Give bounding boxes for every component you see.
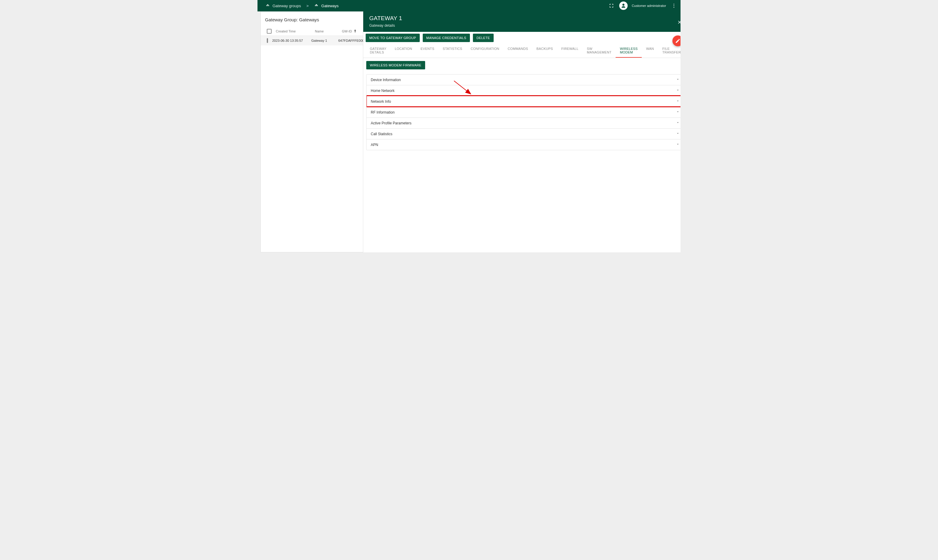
accordion-apn[interactable]: APN: [366, 139, 681, 150]
sort-asc-icon: [353, 29, 357, 34]
breadcrumb-current-label: Gateways: [321, 4, 338, 8]
tab-events[interactable]: EVENTS: [417, 44, 439, 58]
topbar-right: Customer administrator: [608, 2, 678, 10]
top-bar: Gateway groups > Gateways Customer admin…: [257, 0, 681, 11]
row-checkbox[interactable]: [267, 38, 268, 43]
detail-panel: GATEWAY 1 Gateway details MOVE TO GATEWA…: [363, 11, 681, 252]
close-button[interactable]: [676, 18, 681, 26]
tabs: GATEWAY DETAILSLOCATIONEVENTSSTATISTICSC…: [363, 44, 681, 58]
svg-point-0: [674, 4, 674, 5]
accordion-label: Home Network: [371, 89, 395, 93]
tab-statistics[interactable]: STATISTICS: [439, 44, 467, 58]
tab-sw-management[interactable]: SW MANAGEMENT: [583, 44, 616, 58]
chevron-down-icon: [676, 110, 680, 115]
accordion-active-profile-parameters[interactable]: Active Profile Parameters: [366, 117, 681, 128]
accordion-label: Network Info: [371, 100, 391, 104]
tab-firewall[interactable]: FIREWALL: [557, 44, 583, 58]
user-role-label: Customer administrator: [632, 4, 666, 8]
chevron-down-icon: [676, 142, 680, 147]
accordion-group: Device InformationHome NetworkNetwork In…: [366, 74, 681, 150]
chevron-down-icon: [676, 131, 680, 136]
breadcrumb-separator: >: [304, 4, 311, 8]
table-row[interactable]: 2023-06-30 13:35:57 Gateway 1 647FDAFFFE…: [261, 36, 363, 45]
chevron-down-icon: [676, 88, 680, 93]
tab-location[interactable]: LOCATION: [391, 44, 417, 58]
tab-wan[interactable]: WAN: [642, 44, 658, 58]
gateway-icon: [314, 4, 319, 8]
chevron-down-icon: [676, 120, 680, 126]
gateway-list-card: Gateway Group: Gateways Created Time Nam…: [260, 11, 363, 252]
left-panel: Gateway Group: Gateways Created Time Nam…: [257, 11, 363, 252]
accordion-network-info[interactable]: Network Info: [366, 96, 681, 107]
column-name[interactable]: Name: [315, 29, 342, 33]
more-menu-button[interactable]: [670, 2, 678, 9]
accordion-device-information[interactable]: Device Information: [366, 74, 681, 85]
tab-wireless-modem[interactable]: WIRELESS MODEM: [616, 44, 642, 58]
tab-backups[interactable]: BACKUPS: [532, 44, 557, 58]
breadcrumb-gateways[interactable]: Gateways: [312, 2, 340, 9]
move-to-group-button[interactable]: MOVE TO GATEWAY GROUP: [366, 34, 420, 42]
accordion-rf-information[interactable]: RF Information: [366, 107, 681, 117]
manage-credentials-button[interactable]: MANAGE CREDENTIALS: [423, 34, 470, 42]
tab-gateway-details[interactable]: GATEWAY DETAILS: [366, 44, 391, 58]
breadcrumb: Gateway groups > Gateways: [263, 2, 340, 9]
fullscreen-button[interactable]: [608, 2, 615, 9]
action-buttons: MOVE TO GATEWAY GROUP MANAGE CREDENTIALS…: [363, 32, 681, 44]
accordion-home-network[interactable]: Home Network: [366, 85, 681, 96]
user-avatar[interactable]: [619, 2, 627, 10]
gateway-subtitle: Gateway details: [369, 23, 681, 28]
column-gwid[interactable]: GW-ID: [342, 29, 361, 34]
tab-commands[interactable]: COMMANDS: [504, 44, 532, 58]
delete-button[interactable]: DELETE: [473, 34, 494, 42]
edit-fab[interactable]: [672, 35, 681, 46]
gateway-group-icon: [265, 4, 270, 8]
column-gwid-label: GW-ID: [342, 29, 352, 33]
accordion-call-statistics[interactable]: Call Statistics: [366, 128, 681, 139]
panel-title: Gateway Group: Gateways: [261, 12, 363, 27]
chevron-down-icon: [676, 99, 680, 104]
chevron-down-icon: [676, 77, 680, 82]
svg-point-1: [674, 5, 674, 6]
svg-point-2: [674, 7, 674, 8]
column-created[interactable]: Created Time: [276, 29, 315, 33]
accordion-label: Device Information: [371, 78, 401, 82]
wireless-modem-firmware-button[interactable]: WIRELESS MODEM FIRMWARE: [366, 61, 425, 69]
select-all-checkbox[interactable]: [267, 29, 272, 34]
body: Gateway Group: Gateways Created Time Nam…: [257, 11, 681, 252]
table-header: Created Time Name GW-ID: [261, 27, 363, 36]
accordion-label: RF Information: [371, 110, 395, 114]
tab-configuration[interactable]: CONFIGURATION: [466, 44, 503, 58]
detail-header: GATEWAY 1 Gateway details: [363, 11, 681, 32]
row-name: Gateway 1: [311, 39, 338, 42]
breadcrumb-groups-label: Gateway groups: [272, 4, 301, 8]
row-created: 2023-06-30 13:35:57: [272, 39, 311, 42]
accordion-label: APN: [371, 143, 378, 147]
gateway-title: GATEWAY 1: [369, 15, 681, 22]
tab-body: WIRELESS MODEM FIRMWARE Device Informati…: [363, 58, 681, 153]
accordion-label: Active Profile Parameters: [371, 121, 411, 125]
breadcrumb-gateway-groups[interactable]: Gateway groups: [263, 2, 303, 9]
accordion-label: Call Statistics: [371, 132, 392, 136]
